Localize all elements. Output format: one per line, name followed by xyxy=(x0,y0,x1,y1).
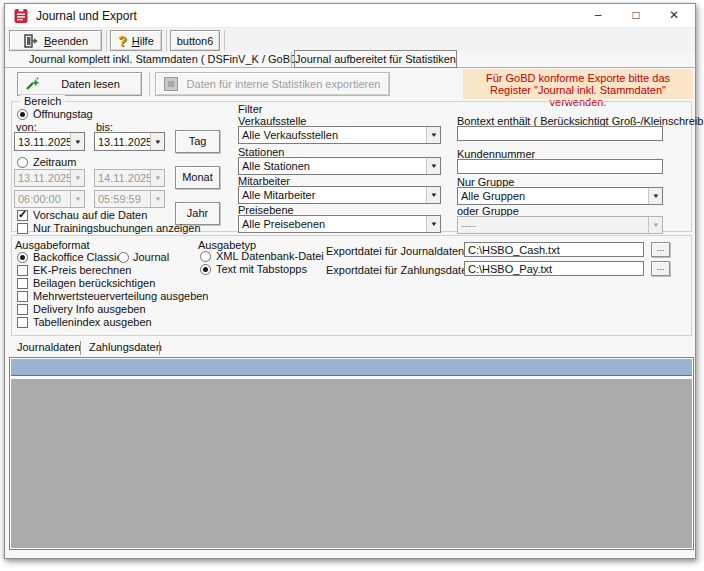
stationen-value: Alle Stationen xyxy=(239,160,426,172)
xml-label: XML Datenbank-Datei xyxy=(216,250,324,262)
ek-preis-checkbox[interactable] xyxy=(17,265,28,276)
zeitraum-von-combo[interactable]: 13.11.2025 xyxy=(14,169,85,187)
zeit-bis-value: 05:59:59 xyxy=(95,193,150,205)
zeitraum-radio[interactable] xyxy=(17,157,28,168)
mwst-checkbox[interactable] xyxy=(17,291,28,302)
text-tab-radio[interactable] xyxy=(200,264,211,275)
hilfe-button[interactable]: ? Hilfe xyxy=(110,30,162,51)
preisebene-combo[interactable]: Alle Preisebenen xyxy=(238,215,441,233)
von-date-combo[interactable]: 13.11.2025 xyxy=(14,132,85,151)
chevron-down-icon xyxy=(70,170,84,186)
trainings-checkbox[interactable] xyxy=(17,223,28,234)
verkaufsstelle-value: Alle Verkaufsstellen xyxy=(239,129,426,141)
chevron-down-icon xyxy=(648,217,662,233)
mwst-label: Mehrwertsteuerverteilung ausgeben xyxy=(33,290,209,302)
backoffice-label: Backoffice Classic xyxy=(33,251,122,263)
toolbar-separator xyxy=(224,30,225,51)
beenden-label: Beenden xyxy=(44,35,88,47)
zeit-von-value: 06:00:00 xyxy=(15,193,70,205)
preisebene-value: Alle Preisebenen xyxy=(239,218,426,230)
zeitraum-label: Zeitraum xyxy=(33,156,76,168)
chevron-down-icon[interactable] xyxy=(426,127,440,143)
bottomtab-divider xyxy=(80,341,81,355)
chevron-down-icon[interactable] xyxy=(426,216,440,232)
tabellenindex-checkbox[interactable] xyxy=(17,317,28,328)
vorschau-checkbox[interactable] xyxy=(17,210,28,221)
chevron-down-icon[interactable] xyxy=(426,158,440,174)
xml-radio[interactable] xyxy=(200,251,211,262)
tab-journal-statistiken[interactable]: Journal aufbereitet für Statistiken xyxy=(294,50,457,68)
ausgabeformat-label: Ausgabeformat xyxy=(15,239,90,251)
beilagen-label: Beilagen berücksichtigen xyxy=(33,277,155,289)
close-button[interactable]: ✕ xyxy=(655,4,693,28)
vorschau-label: Vorschau auf die Daten xyxy=(33,209,147,221)
bereich-group-label: Bereich xyxy=(20,95,65,107)
export-zahlungsdaten-label: Exportdatei für Zahlungsdaten xyxy=(326,264,473,276)
verkaufsstelle-combo[interactable]: Alle Verkaufsstellen xyxy=(238,126,441,144)
button-separator xyxy=(149,72,150,96)
grid-header-row xyxy=(11,359,692,376)
mitarbeiter-combo[interactable]: Alle Mitarbeiter xyxy=(238,186,441,204)
mitarbeiter-value: Alle Mitarbeiter xyxy=(239,189,426,201)
zeit-von-combo[interactable]: 06:00:00 xyxy=(14,190,85,208)
maximize-button[interactable]: □ xyxy=(617,4,655,28)
oeffnungstag-label: Öffnungstag xyxy=(33,108,93,120)
window-title: Journal und Export xyxy=(36,9,137,23)
chevron-down-icon[interactable] xyxy=(150,133,164,150)
stationen-combo[interactable]: Alle Stationen xyxy=(238,157,441,175)
zeitraum-von-value: 13.11.2025 xyxy=(15,172,70,184)
chevron-down-icon xyxy=(150,170,164,186)
export-journaldaten-label: Exportdatei für Journaldaten xyxy=(326,245,464,257)
disk-icon xyxy=(164,77,178,91)
export-statistiken-button[interactable]: Daten für interne Statistiken exportiere… xyxy=(155,72,390,96)
tab-divider xyxy=(291,52,292,67)
zeitraum-bis-combo[interactable]: 14.11.2025 xyxy=(94,169,165,187)
daten-lesen-label: Daten lesen xyxy=(40,78,141,90)
delivery-checkbox[interactable] xyxy=(17,304,28,315)
backoffice-radio[interactable] xyxy=(17,252,28,263)
grid-body xyxy=(11,379,692,548)
beilagen-checkbox[interactable] xyxy=(17,278,28,289)
nur-gruppe-combo[interactable]: Alle Gruppen xyxy=(457,187,663,205)
chevron-down-icon[interactable] xyxy=(648,188,662,204)
button6-label: button6 xyxy=(177,35,214,47)
oeffnungstag-radio[interactable] xyxy=(17,109,28,120)
chevron-down-icon[interactable] xyxy=(426,187,440,203)
chevron-down-icon xyxy=(150,191,164,207)
daten-lesen-button[interactable]: Daten lesen xyxy=(17,72,142,96)
toolbar-separator xyxy=(106,30,107,51)
von-date-value: 13.11.2025 xyxy=(15,136,70,148)
zeit-bis-combo[interactable]: 05:59:59 xyxy=(94,190,165,208)
export-journaldaten-input[interactable] xyxy=(464,242,644,257)
help-question-icon: ? xyxy=(118,33,127,49)
tag-button[interactable]: Tag xyxy=(175,130,220,153)
oder-gruppe-combo[interactable]: ---- xyxy=(457,216,663,234)
browse-zahlungsdaten-button[interactable]: ... xyxy=(651,261,670,276)
chevron-down-icon[interactable] xyxy=(70,133,84,150)
delivery-label: Delivery Info ausgeben xyxy=(33,303,146,315)
gobd-notice: Für GoBD konforme Exporte bitte das Regi… xyxy=(463,69,693,99)
bontext-input[interactable] xyxy=(457,126,663,141)
exit-door-icon xyxy=(23,33,39,49)
minimize-button[interactable]: – xyxy=(579,4,617,28)
nur-gruppe-value: Alle Gruppen xyxy=(458,190,648,202)
bottomtab-journaldaten[interactable]: Journaldaten xyxy=(11,340,87,356)
button6-button[interactable]: button6 xyxy=(170,30,220,51)
bottomtab-zahlungsdaten[interactable]: Zahlungsdaten xyxy=(83,340,168,356)
toolbar-separator xyxy=(166,30,167,51)
browse-journaldaten-button[interactable]: ... xyxy=(651,242,670,257)
monat-button[interactable]: Monat xyxy=(175,166,220,189)
beenden-button[interactable]: Beenden xyxy=(9,30,102,51)
oder-gruppe-value: ---- xyxy=(458,219,648,231)
journal-export-window: Journal und Export – □ ✕ Beenden ? Hilfe… xyxy=(4,3,696,559)
chevron-down-icon xyxy=(70,191,84,207)
hilfe-label: Hilfe xyxy=(132,35,154,47)
app-journal-icon xyxy=(13,8,29,24)
journal-format-radio[interactable] xyxy=(118,252,129,263)
export-zahlungsdaten-input[interactable] xyxy=(464,261,644,276)
bis-date-combo[interactable]: 13.11.2025 xyxy=(94,132,165,151)
kundennummer-input[interactable] xyxy=(457,159,663,174)
tabellenindex-label: Tabellenindex ausgeben xyxy=(33,316,152,328)
zeitraum-bis-value: 14.11.2025 xyxy=(95,172,150,184)
titlebar: Journal und Export – □ ✕ xyxy=(5,4,695,28)
